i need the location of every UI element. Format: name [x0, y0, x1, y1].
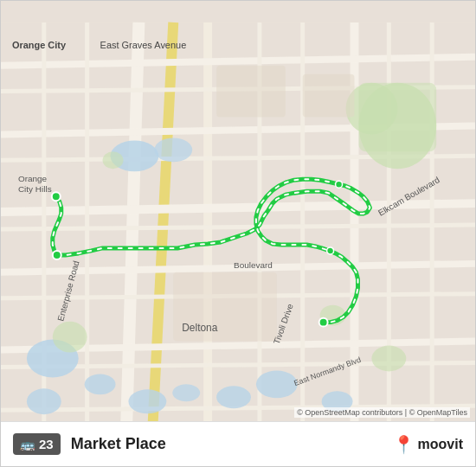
map-svg: Orange City East Graves Avenue Orange Ci…	[1, 1, 475, 466]
svg-point-42	[53, 251, 61, 259]
svg-text:Orange City: Orange City	[12, 40, 67, 50]
svg-rect-40	[303, 74, 355, 118]
svg-point-29	[216, 386, 251, 408]
route-badge: 🚌 23	[13, 433, 61, 455]
moovit-logo[interactable]: 📍 moovit	[393, 434, 463, 455]
svg-point-43	[52, 192, 61, 201]
svg-text:Boulevard: Boulevard	[234, 260, 273, 270]
svg-text:East Graves Avenue: East Graves Avenue	[100, 40, 187, 50]
svg-rect-34	[358, 83, 436, 152]
svg-point-30	[256, 370, 298, 398]
svg-point-26	[85, 374, 116, 394]
map-container[interactable]: Orange City East Graves Avenue Orange Ci…	[1, 1, 475, 466]
route-name: Market Place	[71, 435, 393, 453]
svg-rect-39	[216, 66, 286, 118]
svg-point-23	[154, 138, 192, 162]
bottom-bar: 🚌 23 Market Place 📍 moovit	[1, 421, 475, 466]
moovit-pin-icon: 📍	[393, 434, 415, 455]
route-number: 23	[39, 437, 54, 451]
svg-text:Deltona: Deltona	[182, 322, 218, 334]
svg-point-38	[371, 346, 406, 372]
app: Orange City East Graves Avenue Orange Ci…	[0, 0, 476, 467]
svg-point-36	[103, 151, 124, 169]
svg-point-27	[128, 389, 166, 413]
svg-point-44	[319, 318, 328, 327]
moovit-text: moovit	[418, 437, 463, 452]
svg-point-25	[27, 388, 61, 414]
svg-point-35	[53, 322, 87, 353]
svg-point-45	[336, 181, 343, 188]
attribution: © OpenStreetMap contributors | © OpenMap…	[294, 407, 470, 418]
svg-text:Orange: Orange	[18, 174, 48, 183]
svg-text:City Hills: City Hills	[18, 184, 52, 194]
svg-point-46	[327, 247, 334, 254]
bus-icon: 🚌	[20, 438, 35, 451]
svg-point-28	[172, 384, 200, 401]
